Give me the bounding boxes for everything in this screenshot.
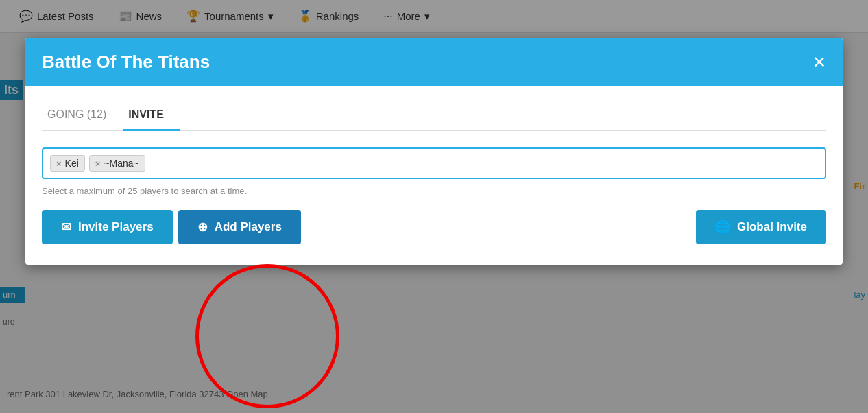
tag-kei: × Kei (50, 155, 85, 172)
action-buttons-row: ✉ Invite Players ⊕ Add Players 🌐 Global … (42, 210, 826, 244)
tag-remove-mana[interactable]: × (95, 158, 101, 169)
envelope-icon: ✉ (61, 220, 71, 235)
global-invite-button[interactable]: 🌐 Global Invite (696, 210, 826, 244)
global-invite-label: Global Invite (737, 220, 807, 234)
add-players-button[interactable]: ⊕ Add Players (178, 210, 301, 244)
add-circle-icon: ⊕ (197, 220, 208, 235)
modal-close-button[interactable]: ✕ (812, 54, 826, 71)
invite-players-button[interactable]: ✉ Invite Players (42, 210, 173, 244)
tag-label-mana: ~Mana~ (104, 158, 138, 169)
modal-body: GOING (12) INVITE × Kei × ~Mana~ Select … (25, 86, 843, 265)
tag-mana: × ~Mana~ (89, 155, 145, 172)
add-players-label: Add Players (215, 220, 282, 234)
tab-going[interactable]: GOING (12) (42, 100, 123, 131)
player-search-text-input[interactable] (149, 158, 818, 169)
modal-dialog: Battle Of The Titans ✕ GOING (12) INVITE… (25, 38, 843, 265)
tab-invite[interactable]: INVITE (123, 100, 180, 131)
globe-icon: 🌐 (715, 220, 730, 235)
modal-header: Battle Of The Titans ✕ (25, 38, 843, 86)
search-hint-text: Select a maximum of 25 players to search… (42, 186, 826, 196)
tabs-container: GOING (12) INVITE (42, 100, 826, 131)
modal-title: Battle Of The Titans (42, 51, 210, 73)
player-search-input[interactable]: × Kei × ~Mana~ (42, 148, 826, 179)
tag-remove-kei[interactable]: × (56, 158, 62, 169)
invite-players-label: Invite Players (78, 220, 154, 234)
tag-label-kei: Kei (65, 158, 79, 169)
